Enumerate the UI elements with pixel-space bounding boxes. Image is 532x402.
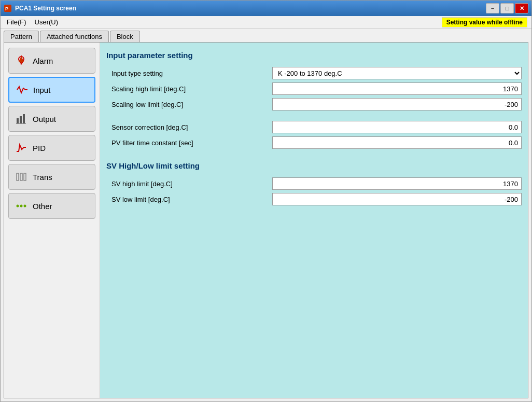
sidebar-btn-alarm[interactable]: Alarm: [8, 48, 95, 74]
title-bar-left: P PCA1 Setting screen: [4, 4, 76, 12]
pv-filter-label: PV filter time constant [sec]: [106, 139, 272, 147]
svg-rect-10: [23, 114, 25, 123]
window-title: PCA1 Setting screen: [15, 5, 76, 12]
main-window: P PCA1 Setting screen – □ ✕ File(F) User…: [0, 0, 532, 402]
section1-title: Input parameter setting: [106, 49, 522, 62]
tab-bar: Pattern Attached functions Block: [1, 29, 531, 42]
input-label: Input: [33, 86, 50, 94]
title-bar: P PCA1 Setting screen – □ ✕: [1, 1, 531, 16]
right-panel: Input parameter setting Input type setti…: [100, 43, 528, 398]
other-label: Other: [33, 202, 52, 211]
offline-badge: Setting value while offline: [442, 17, 527, 27]
scaling-high-row: Scaling high limit [deg.C]: [106, 82, 522, 95]
input-type-select[interactable]: K -200 to 1370 deg.C J -200 to 1200 deg.…: [272, 67, 522, 79]
app-icon: P: [4, 4, 12, 12]
sv-high-row: SV high limit [deg.C]: [106, 177, 522, 190]
minimize-button[interactable]: –: [486, 3, 499, 13]
close-button[interactable]: ✕: [515, 3, 528, 13]
svg-point-5: [21, 63, 22, 65]
scaling-low-label: Scaling low limit [deg.C]: [106, 101, 272, 108]
pv-filter-input[interactable]: [272, 136, 522, 149]
svg-point-7: [21, 62, 22, 63]
pid-label: PID: [33, 144, 46, 153]
sv-low-label: SV low limit [deg.C]: [106, 196, 272, 203]
section2-title: SV High/Low limit setting: [106, 159, 522, 172]
sv-high-label: SV high limit [deg.C]: [106, 180, 272, 188]
output-label: Output: [33, 115, 56, 123]
sidebar-btn-other[interactable]: Other: [8, 193, 95, 219]
sv-low-input[interactable]: [272, 193, 522, 205]
sensor-correction-input[interactable]: [272, 121, 522, 133]
menu-bar: File(F) User(U) Setting value while offl…: [1, 16, 531, 29]
sidebar-btn-pid[interactable]: PID: [8, 135, 95, 161]
scaling-low-input[interactable]: [272, 98, 522, 110]
maximize-button[interactable]: □: [500, 3, 514, 13]
svg-point-16: [20, 205, 23, 207]
tab-block[interactable]: Block: [110, 31, 140, 42]
sv-low-row: SV low limit [deg.C]: [106, 193, 522, 205]
svg-rect-8: [17, 118, 19, 123]
svg-rect-13: [20, 173, 22, 181]
svg-rect-12: [17, 173, 19, 181]
title-bar-buttons: – □ ✕: [486, 3, 528, 13]
svg-text:P: P: [5, 6, 8, 11]
main-content: Alarm Input: [4, 42, 528, 398]
sidebar: Alarm Input: [4, 43, 100, 398]
pv-filter-row: PV filter time constant [sec]: [106, 136, 522, 149]
input-type-label: Input type setting: [106, 70, 272, 77]
trans-label: Trans: [33, 173, 52, 182]
input-icon: [16, 84, 28, 96]
svg-point-15: [17, 205, 19, 207]
svg-rect-9: [20, 116, 22, 123]
input-type-row: Input type setting K -200 to 1370 deg.C …: [106, 67, 522, 79]
sidebar-btn-output[interactable]: Output: [8, 106, 95, 132]
scaling-low-row: Scaling low limit [deg.C]: [106, 98, 522, 110]
file-menu[interactable]: File(F): [3, 17, 31, 27]
scaling-high-label: Scaling high limit [deg.C]: [106, 85, 272, 93]
svg-rect-14: [24, 173, 26, 181]
pid-icon: [15, 142, 27, 154]
sensor-correction-row: Sensor correction [deg.C]: [106, 121, 522, 133]
alarm-icon: [15, 54, 27, 67]
sensor-correction-label: Sensor correction [deg.C]: [106, 123, 272, 131]
sidebar-btn-input[interactable]: Input: [8, 77, 95, 103]
tab-pattern[interactable]: Pattern: [4, 31, 39, 42]
trans-icon: [15, 171, 27, 183]
tab-attached-functions[interactable]: Attached functions: [40, 31, 109, 42]
scaling-high-input[interactable]: [272, 82, 522, 95]
other-icon: [15, 200, 27, 212]
svg-point-17: [24, 205, 26, 207]
sidebar-btn-trans[interactable]: Trans: [8, 164, 95, 190]
alarm-label: Alarm: [33, 57, 53, 65]
sv-high-input[interactable]: [272, 177, 522, 190]
output-icon: [15, 113, 27, 125]
user-menu[interactable]: User(U): [31, 17, 63, 27]
